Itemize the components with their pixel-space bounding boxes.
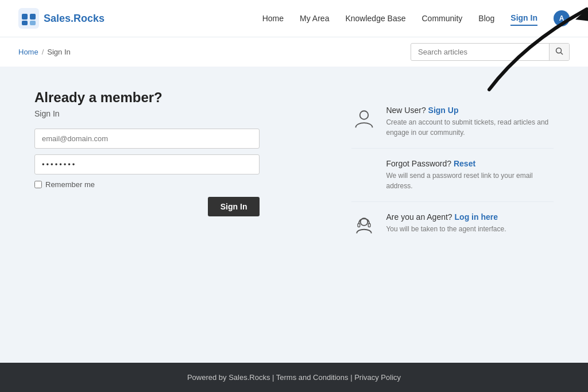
agent-option: Are you an Agent? Log in here You will b…	[351, 202, 554, 248]
signin-section: Already a member? Sign In Remember me Si…	[34, 90, 260, 216]
svg-rect-2	[30, 14, 36, 20]
sign-in-button[interactable]: Sign In	[208, 197, 260, 216]
search-button[interactable]	[549, 44, 569, 60]
nav-community[interactable]: Community	[422, 11, 463, 25]
user-avatar-icon[interactable]: A	[554, 10, 570, 26]
svg-point-5	[556, 48, 562, 53]
breadcrumb-current: Sign In	[47, 48, 70, 56]
nav-blog[interactable]: Blog	[478, 11, 494, 25]
remember-checkbox[interactable]	[34, 181, 42, 188]
signin-subtitle: Sign In	[34, 109, 260, 118]
svg-rect-0	[18, 8, 39, 29]
svg-rect-4	[30, 21, 36, 25]
svg-rect-11	[369, 223, 371, 227]
breadcrumb: Home / Sign In	[18, 48, 411, 56]
sign-up-link[interactable]: Sign Up	[428, 106, 459, 115]
svg-point-8	[360, 111, 369, 119]
remember-row: Remember me	[34, 180, 260, 189]
logo-icon	[18, 8, 39, 29]
options-section: New User? Sign Up Create an account to s…	[351, 90, 554, 248]
breadcrumb-bar: Home / Sign In	[0, 37, 588, 67]
search-input[interactable]	[411, 44, 549, 60]
svg-rect-1	[22, 14, 28, 20]
reset-link[interactable]: Reset	[454, 159, 475, 168]
footer-text: Powered by Sales.Rocks | Terms and Condi…	[187, 373, 401, 382]
breadcrumb-separator: /	[42, 48, 44, 56]
main-nav: Home My Area Knowledge Base Community Bl…	[262, 10, 570, 26]
new-user-desc: Create an account to submit tickets, rea…	[386, 117, 554, 138]
agent-label: Are you an Agent? Log in here	[386, 212, 554, 222]
svg-line-6	[561, 53, 563, 55]
svg-rect-10	[358, 223, 361, 227]
forgot-password-text: Forgot Password? Reset We will send a pa…	[386, 159, 554, 191]
search-icon	[555, 47, 563, 55]
new-user-option: New User? Sign Up Create an account to s…	[351, 95, 554, 149]
content-area: Already a member? Sign In Remember me Si…	[34, 90, 554, 248]
logo-text: Sales.Rocks	[44, 13, 105, 25]
forgot-password-option: Forgot Password? Reset We will send a pa…	[351, 149, 554, 202]
search-area	[411, 43, 570, 61]
remember-label: Remember me	[45, 180, 95, 189]
agent-desc: You will be taken to the agent interface…	[386, 224, 554, 234]
agent-login-link[interactable]: Log in here	[455, 212, 498, 222]
main-content: Already a member? Sign In Remember me Si…	[0, 67, 588, 271]
forgot-password-icon	[351, 159, 377, 184]
user-avatar-svg	[353, 107, 376, 130]
nav-home[interactable]: Home	[262, 11, 284, 25]
nav-sign-in[interactable]: Sign In	[510, 11, 537, 26]
breadcrumb-home[interactable]: Home	[18, 48, 38, 56]
agent-icon	[351, 212, 377, 238]
nav-knowledge-base[interactable]: Knowledge Base	[345, 11, 405, 25]
logo-area: Sales.Rocks	[18, 8, 105, 29]
password-field[interactable]	[34, 154, 260, 174]
email-field[interactable]	[34, 129, 260, 149]
new-user-label: New User? Sign Up	[386, 106, 554, 115]
site-footer: Powered by Sales.Rocks | Terms and Condi…	[0, 363, 588, 392]
signin-title: Already a member?	[34, 90, 260, 106]
forgot-password-desc: We will send a password reset link to yo…	[386, 170, 554, 191]
nav-my-area[interactable]: My Area	[300, 11, 329, 25]
site-header: Sales.Rocks Home My Area Knowledge Base …	[0, 0, 588, 37]
new-user-icon	[351, 106, 377, 131]
svg-rect-3	[22, 21, 28, 25]
agent-avatar-svg	[353, 214, 376, 236]
new-user-text: New User? Sign Up Create an account to s…	[386, 106, 554, 138]
agent-text: Are you an Agent? Log in here You will b…	[386, 212, 554, 234]
forgot-password-label: Forgot Password? Reset	[386, 159, 554, 168]
